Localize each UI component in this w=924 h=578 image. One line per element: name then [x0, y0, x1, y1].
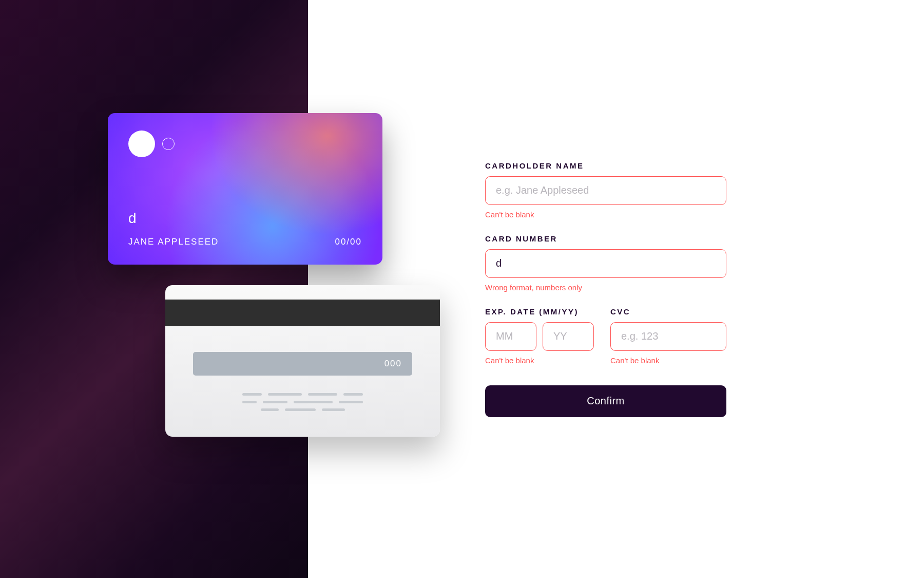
- expiry-month-input[interactable]: [485, 322, 536, 351]
- magnetic-stripe: [165, 300, 440, 326]
- card-name-display: JANE APPLESEED: [128, 237, 219, 247]
- expiry-year-input[interactable]: [543, 322, 594, 351]
- cardnumber-label: CARD NUMBER: [485, 234, 726, 243]
- card-expiry-display: 00/00: [335, 237, 362, 247]
- expiry-label: EXP. DATE (MM/YY): [485, 307, 598, 316]
- card-front-preview: d JANE APPLESEED 00/00: [108, 113, 382, 265]
- cvc-label: CVC: [610, 307, 726, 316]
- cardnumber-error: Wrong format, numbers only: [485, 283, 726, 292]
- cardholder-input[interactable]: [485, 176, 726, 205]
- cardholder-error: Can't be blank: [485, 210, 726, 219]
- card-number-display: d: [128, 210, 362, 227]
- card-details-form: CARDHOLDER NAME Can't be blank CARD NUMB…: [485, 161, 726, 417]
- expiry-error: Can't be blank: [485, 356, 598, 365]
- cvc-display: 000: [193, 352, 412, 376]
- cvc-error: Can't be blank: [610, 356, 726, 365]
- confirm-button[interactable]: Confirm: [485, 385, 726, 417]
- cardholder-label: CARDHOLDER NAME: [485, 161, 726, 170]
- decorative-panel: d JANE APPLESEED 00/00 000: [0, 0, 308, 578]
- card-logo-icon: [128, 130, 362, 157]
- card-back-preview: 000: [165, 285, 440, 437]
- cvc-input[interactable]: [610, 322, 726, 351]
- card-back-decoration: [242, 393, 363, 411]
- cardnumber-input[interactable]: [485, 249, 726, 278]
